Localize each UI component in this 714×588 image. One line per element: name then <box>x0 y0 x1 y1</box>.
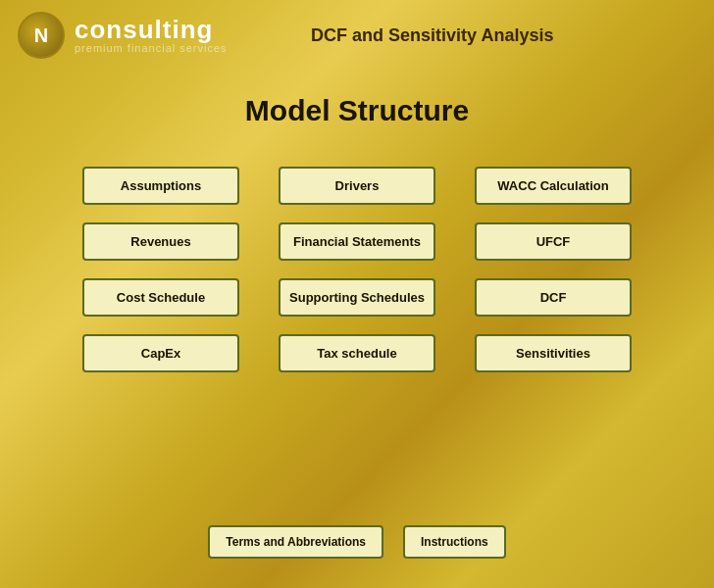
instructions-button[interactable]: Instructions <box>403 525 506 559</box>
dcf-button[interactable]: DCF <box>475 278 632 317</box>
logo-tagline: premium financial services <box>75 42 228 54</box>
assumptions-button[interactable]: Assumptions <box>82 167 239 205</box>
tax-schedule-button[interactable]: Tax schedule <box>279 334 435 372</box>
buttons-area: Assumptions Revenues Cost Schedule CapEx… <box>0 167 714 372</box>
column-1: Assumptions Revenues Cost Schedule CapEx <box>82 167 239 372</box>
footer: Terms and Abbreviations Instructions <box>0 525 714 559</box>
sensitivities-button[interactable]: Sensitivities <box>475 334 632 372</box>
wacc-calculation-button[interactable]: WACC Calculation <box>475 167 632 205</box>
column-2: Drivers Financial Statements Supporting … <box>279 167 435 372</box>
revenues-button[interactable]: Revenues <box>82 222 239 261</box>
terms-and-abbreviations-button[interactable]: Terms and Abbreviations <box>208 525 383 559</box>
capex-button[interactable]: CapEx <box>82 334 239 372</box>
column-3: WACC Calculation UFCF DCF Sensitivities <box>475 167 632 372</box>
financial-statements-button[interactable]: Financial Statements <box>279 222 435 261</box>
cost-schedule-button[interactable]: Cost Schedule <box>82 278 239 317</box>
header: N consulting premium financial services … <box>0 0 714 65</box>
ufcf-button[interactable]: UFCF <box>475 222 632 261</box>
page-title: Model Structure <box>0 94 714 127</box>
logo-name: consulting <box>75 17 228 42</box>
supporting-schedules-button[interactable]: Supporting Schedules <box>279 278 435 317</box>
header-title: DCF and Sensitivity Analysis <box>228 25 696 46</box>
logo-icon: N <box>18 12 65 59</box>
drivers-button[interactable]: Drivers <box>279 167 435 205</box>
logo-text: consulting premium financial services <box>75 17 228 54</box>
